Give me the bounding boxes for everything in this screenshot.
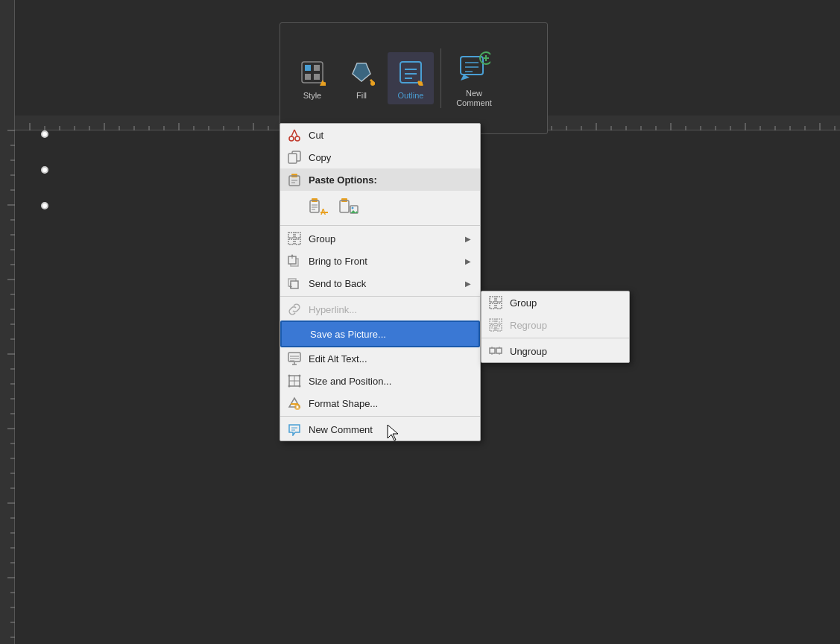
svg-rect-136	[295, 233, 300, 238]
menu-item-copy[interactable]: Copy	[280, 146, 480, 168]
handle-2	[41, 166, 48, 174]
menu-item-new-comment[interactable]: New Comment	[280, 418, 480, 441]
svg-point-159	[299, 385, 301, 388]
svg-rect-138	[295, 239, 300, 244]
submenu-regroup[interactable]: Regroup	[481, 314, 629, 336]
paste-options-row: A	[280, 191, 480, 224]
svg-rect-166	[496, 303, 502, 309]
svg-point-158	[288, 385, 291, 388]
svg-rect-163	[490, 297, 495, 302]
svg-point-114	[295, 136, 300, 141]
separator-1	[280, 225, 480, 226]
new-comment-icon	[455, 48, 493, 86]
copy-label: Copy	[309, 152, 471, 163]
size-position-label: Size and Position...	[309, 376, 471, 387]
submenu-ungroup[interactable]: Ungroup	[481, 340, 629, 362]
svg-rect-171	[490, 348, 495, 353]
size-position-icon	[286, 373, 303, 389]
submenu-group-icon	[487, 294, 504, 311]
group-arrow: ▶	[465, 235, 471, 243]
svg-rect-99	[400, 62, 421, 83]
paste-keep-formatting-btn[interactable]: A	[306, 194, 332, 221]
submenu: Group Regroup Ungr	[481, 291, 630, 363]
context-menu: Cut Copy Paste Options:	[280, 123, 481, 441]
menu-item-hyperlink[interactable]: Hyperlink...	[280, 298, 480, 321]
toolbar-fill-button[interactable]: Fill	[338, 52, 385, 104]
svg-rect-131	[340, 201, 349, 212]
cut-icon	[286, 127, 303, 143]
svg-marker-142	[291, 254, 294, 256]
send-to-back-arrow: ▶	[465, 280, 471, 288]
menu-item-cut[interactable]: Cut	[280, 124, 480, 146]
new-comment-ctx-icon	[286, 421, 303, 438]
toolbar-new-comment-button[interactable]: NewComment	[448, 44, 500, 113]
save-as-picture-label: Save as Picture...	[310, 329, 470, 340]
svg-rect-124	[310, 201, 319, 212]
menu-item-bring-to-front[interactable]: Bring to Front ▶	[280, 250, 480, 272]
svg-point-113	[289, 136, 294, 141]
submenu-ungroup-label: Ungroup	[510, 346, 620, 357]
send-to-back-icon	[286, 275, 303, 291]
svg-rect-91	[305, 65, 311, 71]
svg-rect-165	[490, 303, 495, 309]
fill-icon	[346, 57, 377, 88]
svg-point-157	[299, 375, 301, 377]
handle-1	[41, 130, 48, 138]
bring-to-front-arrow: ▶	[465, 257, 471, 265]
svg-line-115	[291, 130, 294, 136]
svg-marker-109	[461, 75, 470, 80]
svg-point-104	[418, 81, 423, 86]
cut-label: Cut	[309, 130, 471, 141]
svg-rect-147	[288, 353, 300, 362]
svg-rect-93	[305, 74, 311, 80]
menu-item-paste-options: Paste Options:	[280, 168, 480, 191]
fill-label: Fill	[356, 91, 367, 100]
svg-marker-134	[350, 210, 358, 213]
svg-rect-144	[291, 281, 298, 288]
hyperlink-label: Hyperlink...	[309, 304, 471, 315]
toolbar-divider	[440, 48, 441, 108]
toolbar-popup: Style Fill Outline	[280, 22, 548, 134]
svg-rect-118	[288, 154, 297, 163]
edit-alt-text-label: Edit Alt Text...	[309, 353, 471, 364]
hyperlink-icon	[286, 301, 303, 318]
paste-options-label: Paste Options:	[309, 174, 471, 186]
paste-picture-btn[interactable]	[335, 194, 362, 221]
edit-alt-text-icon	[286, 350, 303, 367]
menu-item-edit-alt-text[interactable]: Edit Alt Text...	[280, 347, 480, 370]
submenu-group[interactable]: Group	[481, 291, 629, 314]
toolbar-outline-button[interactable]: Outline	[388, 52, 434, 104]
style-label: Style	[303, 91, 321, 100]
bring-to-front-icon	[286, 253, 303, 269]
svg-rect-94	[314, 74, 320, 80]
menu-item-group[interactable]: Group ▶	[280, 227, 480, 250]
outline-label: Outline	[398, 91, 424, 100]
svg-rect-164	[496, 297, 502, 302]
svg-rect-172	[496, 348, 502, 353]
toolbar-style-button[interactable]: Style	[289, 52, 335, 104]
ruler-left	[0, 0, 15, 644]
style-icon	[297, 57, 328, 88]
copy-icon	[286, 149, 303, 165]
submenu-regroup-label: Regroup	[510, 320, 620, 331]
svg-rect-135	[288, 233, 294, 238]
svg-rect-137	[288, 239, 294, 244]
save-as-picture-icon	[288, 326, 304, 342]
menu-item-send-to-back[interactable]: Send to Back ▶	[280, 272, 480, 294]
send-to-back-label: Send to Back	[309, 278, 459, 289]
separator-3	[280, 416, 480, 417]
svg-point-98	[370, 81, 375, 86]
menu-item-size-position[interactable]: Size and Position...	[280, 370, 480, 392]
outline-icon	[395, 57, 426, 88]
group-icon	[286, 230, 303, 247]
svg-point-156	[288, 375, 291, 377]
new-comment-label: NewComment	[456, 89, 492, 108]
menu-item-save-as-picture[interactable]: Save as Picture...	[280, 321, 480, 347]
menu-item-format-shape[interactable]: Format Shape...	[280, 392, 480, 414]
paste-options-icon	[286, 171, 303, 188]
svg-point-133	[352, 207, 354, 209]
format-shape-icon	[286, 395, 303, 411]
bring-to-front-label: Bring to Front	[309, 256, 459, 267]
svg-rect-129	[320, 212, 328, 213]
svg-line-116	[294, 130, 297, 136]
